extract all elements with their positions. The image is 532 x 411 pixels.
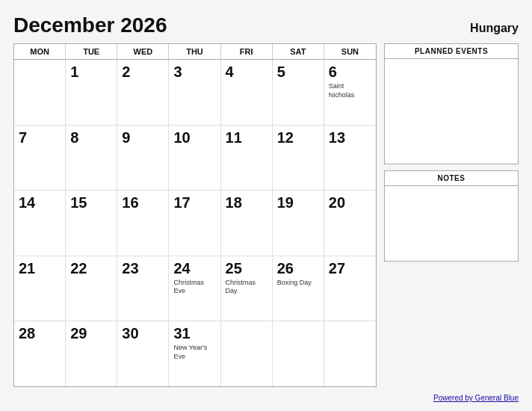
sidebar: PLANNED EVENTS NOTES [384, 43, 519, 387]
day-number: 13 [329, 129, 345, 146]
event-label: Christmas Day [226, 279, 267, 296]
calendar-week-row: 21222324Christmas Eve25Christmas Day26Bo… [14, 256, 376, 322]
notes-content [385, 186, 518, 261]
day-of-week-header: WED [117, 44, 169, 59]
calendar-cell: 10 [169, 126, 220, 191]
day-of-week-header: SUN [324, 44, 376, 59]
day-number: 29 [70, 324, 87, 342]
day-number: 3 [173, 63, 182, 81]
day-number: 4 [226, 63, 234, 81]
calendar-cell: 20 [324, 191, 376, 256]
calendar-cell: 5 [273, 60, 324, 125]
calendar-cell: 8 [66, 126, 117, 191]
calendar-cell: 17 [169, 191, 220, 256]
day-number: 20 [329, 194, 345, 211]
calendar-cell: 9 [117, 126, 169, 191]
calendar-cell: 16 [117, 191, 169, 256]
day-number: 30 [122, 324, 138, 342]
day-number: 1 [70, 63, 78, 81]
event-label: Boxing Day [277, 279, 312, 288]
day-number: 24 [173, 259, 190, 277]
day-number: 27 [329, 259, 345, 277]
calendar-cell: 24Christmas Eve [169, 256, 220, 321]
calendar-cell: 15 [66, 191, 117, 256]
day-number: 19 [277, 194, 294, 211]
calendar-cell [14, 60, 66, 125]
calendar-cell: 26Boxing Day [273, 256, 324, 321]
day-number: 8 [70, 129, 78, 146]
footer: Powered by General Blue [13, 390, 519, 404]
day-number: 16 [122, 194, 138, 211]
calendar-cell: 21 [14, 256, 66, 321]
day-of-week-header: THU [169, 44, 220, 59]
day-of-week-header: MON [14, 44, 66, 59]
calendar-cell: 28 [14, 321, 66, 386]
powered-by-link[interactable]: Powered by General Blue [433, 394, 519, 402]
calendar-cell: 7 [14, 126, 66, 191]
calendar-week-row: 78910111213 [14, 126, 376, 191]
planned-events-title: PLANNED EVENTS [385, 44, 518, 59]
calendar-cell [324, 321, 376, 386]
notes-box: NOTES [384, 170, 519, 262]
day-number: 21 [19, 259, 35, 277]
page: December 2026 Hungary MONTUEWEDTHUFRISAT… [0, 0, 532, 411]
day-number: 31 [173, 324, 190, 342]
day-number: 25 [226, 259, 242, 277]
country-name: Hungary [470, 22, 519, 35]
day-number: 14 [19, 194, 35, 211]
day-number: 26 [277, 259, 294, 277]
calendar-cell: 29 [66, 321, 117, 386]
day-number: 5 [277, 63, 285, 81]
day-number: 10 [173, 129, 190, 146]
calendar-cell [273, 321, 324, 386]
planned-events-box: PLANNED EVENTS [384, 43, 519, 164]
planned-events-content [385, 59, 518, 164]
day-number: 15 [70, 194, 87, 211]
calendar-section: MONTUEWEDTHUFRISATSUN 123456Saint Nichol… [13, 43, 377, 387]
day-of-week-header: TUE [66, 44, 117, 59]
day-number: 23 [122, 259, 138, 277]
day-number: 9 [122, 129, 130, 146]
calendar-week-row: 28293031New Year's Eve [14, 321, 376, 386]
header: December 2026 Hungary [13, 13, 519, 37]
calendar-body: 123456Saint Nicholas78910111213141516171… [14, 60, 376, 386]
calendar-cell: 25Christmas Day [221, 256, 273, 321]
calendar-cell [221, 321, 273, 386]
day-number: 2 [122, 63, 130, 81]
day-number: 12 [277, 129, 294, 146]
calendar-cell: 1 [66, 60, 117, 125]
calendar-cell: 3 [169, 60, 220, 125]
day-number: 28 [19, 324, 35, 342]
calendar-week-row: 123456Saint Nicholas [14, 60, 376, 126]
day-of-week-header: FRI [221, 44, 273, 59]
calendar-cell: 6Saint Nicholas [324, 60, 376, 125]
event-label: New Year's Eve [173, 344, 215, 361]
calendar-cell: 4 [221, 60, 273, 125]
calendar-header: MONTUEWEDTHUFRISATSUN [14, 44, 376, 60]
day-of-week-header: SAT [273, 44, 324, 59]
day-number: 17 [173, 194, 190, 211]
day-number: 18 [226, 194, 242, 211]
calendar-cell: 13 [324, 126, 376, 191]
month-title: December 2026 [13, 13, 167, 37]
calendar-cell: 27 [324, 256, 376, 321]
day-number: 7 [19, 129, 27, 146]
event-label: Christmas Eve [173, 279, 215, 296]
calendar-cell: 22 [66, 256, 117, 321]
main-area: MONTUEWEDTHUFRISATSUN 123456Saint Nichol… [13, 43, 519, 387]
calendar-cell: 18 [221, 191, 273, 256]
calendar-cell: 12 [273, 126, 324, 191]
calendar-cell: 31New Year's Eve [169, 321, 220, 386]
calendar-cell: 11 [221, 126, 273, 191]
calendar-cell: 19 [273, 191, 324, 256]
calendar-cell: 2 [117, 60, 169, 125]
calendar-cell: 14 [14, 191, 66, 256]
day-number: 6 [329, 63, 337, 81]
day-number: 22 [70, 259, 87, 277]
notes-title: NOTES [385, 171, 518, 186]
day-number: 11 [226, 129, 242, 146]
calendar-cell: 30 [117, 321, 169, 386]
event-label: Saint Nicholas [329, 82, 371, 99]
calendar-week-row: 14151617181920 [14, 191, 376, 256]
calendar-cell: 23 [117, 256, 169, 321]
